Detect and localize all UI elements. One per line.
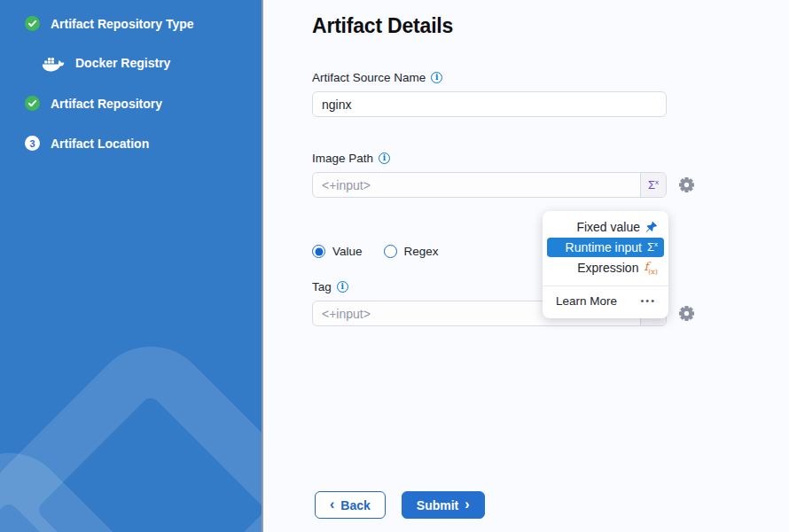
step-label: Artifact Repository — [51, 97, 162, 111]
image-path-label: Image Path i — [312, 152, 789, 165]
sidebar-item-docker-registry[interactable]: Docker Registry — [0, 54, 262, 72]
wizard-sidebar: Artifact Repository Type Docker Registry — [0, 0, 263, 532]
artifact-source-name-group: Artifact Source Name i — [312, 71, 789, 117]
wizard-footer: ‹ Back Submit › — [312, 491, 789, 519]
fx-icon: f(x) — [644, 261, 658, 276]
more-options-icon[interactable]: ••• — [640, 296, 656, 306]
docker-whale-icon — [42, 54, 65, 72]
gear-icon[interactable] — [678, 176, 695, 193]
menu-footer: Learn More ••• — [543, 286, 668, 318]
info-icon[interactable]: i — [431, 72, 442, 83]
menu-item-runtime-input[interactable]: Runtime input Σx — [547, 238, 664, 257]
menu-item-expression[interactable]: Expression f(x) — [543, 258, 668, 278]
info-icon[interactable]: i — [379, 153, 390, 164]
submit-button[interactable]: Submit › — [402, 491, 485, 519]
sidebar-step-artifact-location[interactable]: 3 Artifact Location — [0, 136, 262, 151]
sidebar-step-artifact-repository[interactable]: Artifact Repository — [0, 96, 262, 111]
runtime-input-type-button[interactable]: Σx — [640, 173, 666, 197]
pin-icon — [645, 221, 658, 233]
radio-selected-icon — [312, 245, 325, 258]
step-label: Artifact Location — [51, 137, 149, 151]
info-icon[interactable]: i — [337, 281, 348, 293]
image-path-input-wrap: Σx — [312, 172, 667, 198]
chevron-right-icon: › — [465, 497, 469, 512]
check-circle-icon — [25, 16, 40, 31]
sigma-icon: Σx — [647, 241, 658, 253]
artifact-details-panel: Artifact Details Artifact Source Name i … — [265, 0, 789, 532]
input-type-dropdown-menu: Fixed value Runtime input Σx Expression … — [543, 211, 668, 318]
radio-value[interactable]: Value — [312, 245, 363, 258]
menu-item-fixed-value[interactable]: Fixed value — [543, 217, 668, 237]
gear-icon[interactable] — [678, 305, 695, 322]
sidebar-step-artifact-repository-type[interactable]: Artifact Repository Type — [0, 16, 262, 31]
check-circle-icon — [25, 96, 40, 111]
artifact-source-name-label: Artifact Source Name i — [312, 71, 789, 84]
back-button[interactable]: ‹ Back — [315, 491, 386, 519]
radio-regex[interactable]: Regex — [384, 245, 439, 258]
learn-more-link[interactable]: Learn More — [556, 294, 617, 308]
artifact-wizard-window: Artifact Repository Type Docker Registry — [0, 0, 789, 532]
image-path-group: Image Path i Σx — [312, 152, 789, 198]
step-number-badge: 3 — [25, 136, 40, 151]
image-path-input[interactable] — [313, 173, 640, 197]
chevron-left-icon: ‹ — [330, 497, 334, 512]
step-label: Artifact Repository Type — [51, 17, 194, 31]
radio-unselected-icon — [384, 245, 397, 258]
substep-label: Docker Registry — [75, 56, 170, 70]
artifact-source-name-input[interactable] — [312, 91, 667, 117]
page-title: Artifact Details — [312, 14, 789, 38]
